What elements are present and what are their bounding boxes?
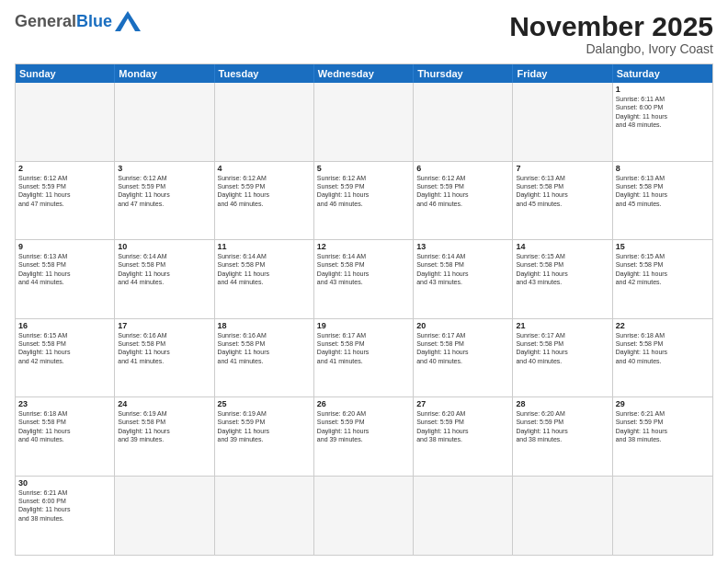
cal-day-3: 3Sunrise: 6:12 AM Sunset: 5:59 PM Daylig… <box>115 162 214 241</box>
day-number: 5 <box>317 164 410 173</box>
cal-empty <box>215 83 314 162</box>
cal-empty <box>414 477 513 556</box>
cal-day-12: 12Sunrise: 6:14 AM Sunset: 5:58 PM Dayli… <box>314 240 414 319</box>
page: GeneralBlue November 2025 Dalangbo, Ivor… <box>0 0 728 563</box>
day-number: 25 <box>218 399 311 408</box>
cal-day-10: 10Sunrise: 6:14 AM Sunset: 5:58 PM Dayli… <box>115 240 214 319</box>
cal-day-27: 27Sunrise: 6:20 AM Sunset: 5:59 PM Dayli… <box>414 397 513 477</box>
day-info: Sunrise: 6:15 AM Sunset: 5:58 PM Dayligh… <box>616 252 710 287</box>
cal-day-2: 2Sunrise: 6:12 AM Sunset: 5:59 PM Daylig… <box>16 162 115 241</box>
day-header-tuesday: Tuesday <box>215 64 314 83</box>
day-number: 12 <box>317 242 410 251</box>
day-info: Sunrise: 6:21 AM Sunset: 5:59 PM Dayligh… <box>616 409 710 444</box>
day-header-monday: Monday <box>115 64 214 83</box>
cal-empty <box>613 477 712 556</box>
day-info: Sunrise: 6:12 AM Sunset: 5:59 PM Dayligh… <box>317 174 410 209</box>
calendar-body: 1Sunrise: 6:11 AM Sunset: 6:00 PM Daylig… <box>16 83 712 555</box>
cal-empty <box>414 83 513 162</box>
day-info: Sunrise: 6:13 AM Sunset: 5:58 PM Dayligh… <box>18 252 111 287</box>
day-number: 22 <box>616 321 710 330</box>
day-number: 4 <box>218 164 311 173</box>
cal-day-14: 14Sunrise: 6:15 AM Sunset: 5:58 PM Dayli… <box>513 240 612 319</box>
day-info: Sunrise: 6:14 AM Sunset: 5:58 PM Dayligh… <box>416 252 509 287</box>
location: Dalangbo, Ivory Coast <box>509 41 713 56</box>
day-header-saturday: Saturday <box>613 64 712 83</box>
day-info: Sunrise: 6:12 AM Sunset: 5:59 PM Dayligh… <box>118 174 210 209</box>
day-info: Sunrise: 6:12 AM Sunset: 5:59 PM Dayligh… <box>416 174 509 209</box>
day-info: Sunrise: 6:13 AM Sunset: 5:58 PM Dayligh… <box>616 174 710 209</box>
cal-day-22: 22Sunrise: 6:18 AM Sunset: 5:58 PM Dayli… <box>613 319 712 398</box>
cal-day-5: 5Sunrise: 6:12 AM Sunset: 5:59 PM Daylig… <box>314 162 414 241</box>
day-info: Sunrise: 6:21 AM Sunset: 6:00 PM Dayligh… <box>18 488 111 523</box>
cal-day-19: 19Sunrise: 6:17 AM Sunset: 5:58 PM Dayli… <box>314 319 414 398</box>
month-title: November 2025 <box>509 11 713 41</box>
header-right: November 2025 Dalangbo, Ivory Coast <box>509 11 713 56</box>
day-header-thursday: Thursday <box>414 64 513 83</box>
cal-day-8: 8Sunrise: 6:13 AM Sunset: 5:58 PM Daylig… <box>613 162 712 241</box>
calendar: SundayMondayTuesdayWednesdayThursdayFrid… <box>15 63 713 556</box>
day-number: 21 <box>516 321 609 330</box>
day-info: Sunrise: 6:18 AM Sunset: 5:58 PM Dayligh… <box>616 331 710 366</box>
cal-day-13: 13Sunrise: 6:14 AM Sunset: 5:58 PM Dayli… <box>414 240 513 319</box>
day-number: 6 <box>416 164 509 173</box>
day-header-wednesday: Wednesday <box>314 64 414 83</box>
day-info: Sunrise: 6:13 AM Sunset: 5:58 PM Dayligh… <box>516 174 609 209</box>
day-info: Sunrise: 6:17 AM Sunset: 5:58 PM Dayligh… <box>416 331 509 366</box>
logo-text: GeneralBlue <box>15 11 141 31</box>
day-info: Sunrise: 6:19 AM Sunset: 5:58 PM Dayligh… <box>118 409 210 444</box>
cal-day-24: 24Sunrise: 6:19 AM Sunset: 5:58 PM Dayli… <box>115 397 214 477</box>
day-number: 17 <box>118 321 210 330</box>
day-number: 28 <box>516 399 609 408</box>
day-info: Sunrise: 6:12 AM Sunset: 5:59 PM Dayligh… <box>218 174 311 209</box>
logo: GeneralBlue <box>15 11 141 31</box>
cal-day-6: 6Sunrise: 6:12 AM Sunset: 5:59 PM Daylig… <box>414 162 513 241</box>
day-number: 19 <box>317 321 410 330</box>
day-number: 10 <box>118 242 210 251</box>
cal-day-9: 9Sunrise: 6:13 AM Sunset: 5:58 PM Daylig… <box>16 240 115 319</box>
day-number: 20 <box>416 321 509 330</box>
cal-empty <box>215 477 314 556</box>
day-number: 7 <box>516 164 609 173</box>
cal-day-28: 28Sunrise: 6:20 AM Sunset: 5:59 PM Dayli… <box>513 397 612 477</box>
day-info: Sunrise: 6:20 AM Sunset: 5:59 PM Dayligh… <box>317 409 410 444</box>
cal-day-23: 23Sunrise: 6:18 AM Sunset: 5:58 PM Dayli… <box>16 397 115 477</box>
day-header-sunday: Sunday <box>16 64 115 83</box>
cal-empty <box>314 83 414 162</box>
day-number: 30 <box>18 478 111 488</box>
cal-empty <box>513 477 612 556</box>
day-number: 24 <box>118 399 210 408</box>
day-info: Sunrise: 6:15 AM Sunset: 5:58 PM Dayligh… <box>516 252 609 287</box>
cal-day-29: 29Sunrise: 6:21 AM Sunset: 5:59 PM Dayli… <box>613 397 712 477</box>
day-info: Sunrise: 6:15 AM Sunset: 5:58 PM Dayligh… <box>18 331 111 366</box>
day-info: Sunrise: 6:14 AM Sunset: 5:58 PM Dayligh… <box>118 252 210 287</box>
cal-day-17: 17Sunrise: 6:16 AM Sunset: 5:58 PM Dayli… <box>115 319 214 398</box>
day-header-friday: Friday <box>513 64 612 83</box>
day-info: Sunrise: 6:12 AM Sunset: 5:59 PM Dayligh… <box>18 174 111 209</box>
day-number: 13 <box>416 242 509 251</box>
day-number: 23 <box>18 399 111 408</box>
cal-day-1: 1Sunrise: 6:11 AM Sunset: 6:00 PM Daylig… <box>613 83 712 162</box>
day-number: 27 <box>416 399 509 408</box>
cal-day-25: 25Sunrise: 6:19 AM Sunset: 5:59 PM Dayli… <box>215 397 314 477</box>
cal-empty <box>513 83 612 162</box>
cal-empty <box>16 83 115 162</box>
cal-empty <box>115 477 214 556</box>
day-info: Sunrise: 6:14 AM Sunset: 5:58 PM Dayligh… <box>218 252 311 287</box>
cal-day-30: 30Sunrise: 6:21 AM Sunset: 6:00 PM Dayli… <box>16 477 115 556</box>
day-info: Sunrise: 6:20 AM Sunset: 5:59 PM Dayligh… <box>516 409 609 444</box>
day-number: 18 <box>218 321 311 330</box>
day-number: 14 <box>516 242 609 251</box>
header: GeneralBlue November 2025 Dalangbo, Ivor… <box>15 11 713 56</box>
day-info: Sunrise: 6:19 AM Sunset: 5:59 PM Dayligh… <box>218 409 311 444</box>
cal-day-7: 7Sunrise: 6:13 AM Sunset: 5:58 PM Daylig… <box>513 162 612 241</box>
cal-day-21: 21Sunrise: 6:17 AM Sunset: 5:58 PM Dayli… <box>513 319 612 398</box>
day-info: Sunrise: 6:17 AM Sunset: 5:58 PM Dayligh… <box>317 331 410 366</box>
cal-day-4: 4Sunrise: 6:12 AM Sunset: 5:59 PM Daylig… <box>215 162 314 241</box>
cal-empty <box>115 83 214 162</box>
day-info: Sunrise: 6:14 AM Sunset: 5:58 PM Dayligh… <box>317 252 410 287</box>
day-number: 29 <box>616 399 710 408</box>
cal-day-26: 26Sunrise: 6:20 AM Sunset: 5:59 PM Dayli… <box>314 397 414 477</box>
day-number: 15 <box>616 242 710 251</box>
cal-day-16: 16Sunrise: 6:15 AM Sunset: 5:58 PM Dayli… <box>16 319 115 398</box>
day-number: 26 <box>317 399 410 408</box>
